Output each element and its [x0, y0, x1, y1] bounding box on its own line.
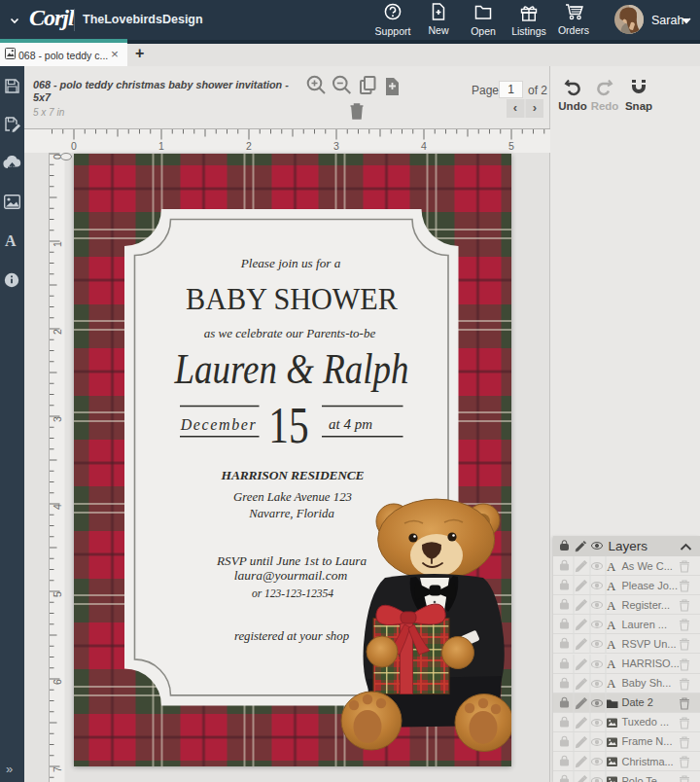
svg-text:Navarre, Florida: Navarre, Florida — [248, 507, 334, 520]
svg-text:5: 5 — [52, 591, 63, 597]
svg-text:7: 7 — [52, 766, 63, 772]
svg-text:2: 2 — [246, 140, 252, 152]
svg-text:or 123-123-12354: or 123-123-12354 — [252, 587, 333, 599]
svg-text:RSVP until June 1st to Laura: RSVP until June 1st to Laura — [216, 553, 367, 568]
svg-text:Lauren & Ralph: Lauren & Ralph — [174, 345, 409, 393]
svg-text:laura@yourmail.com: laura@yourmail.com — [234, 568, 348, 583]
svg-text:1: 1 — [52, 241, 63, 247]
svg-text:HARRISON RESIDENCE: HARRISON RESIDENCE — [221, 468, 365, 482]
svg-text:Green Lake Avenue 123: Green Lake Avenue 123 — [233, 490, 352, 504]
svg-text:4: 4 — [421, 140, 427, 152]
svg-text:1: 1 — [158, 140, 164, 152]
svg-text:registered at your shop: registered at your shop — [234, 629, 350, 643]
svg-text:December: December — [180, 416, 258, 433]
svg-text:15: 15 — [268, 397, 308, 453]
svg-text:BABY SHOWER: BABY SHOWER — [186, 281, 398, 316]
svg-text:at 4 pm: at 4 pm — [329, 416, 372, 432]
svg-text:6: 6 — [52, 679, 63, 685]
svg-text:3: 3 — [333, 140, 339, 152]
svg-text:2: 2 — [52, 329, 63, 335]
svg-text:0: 0 — [71, 140, 77, 152]
svg-text:5: 5 — [508, 140, 514, 152]
svg-text:4: 4 — [52, 504, 63, 510]
svg-text:3: 3 — [52, 416, 63, 422]
svg-text:as we celebrate our Parents-to: as we celebrate our Parents-to-be — [204, 326, 376, 340]
svg-text:Please join us for a: Please join us for a — [240, 256, 341, 270]
